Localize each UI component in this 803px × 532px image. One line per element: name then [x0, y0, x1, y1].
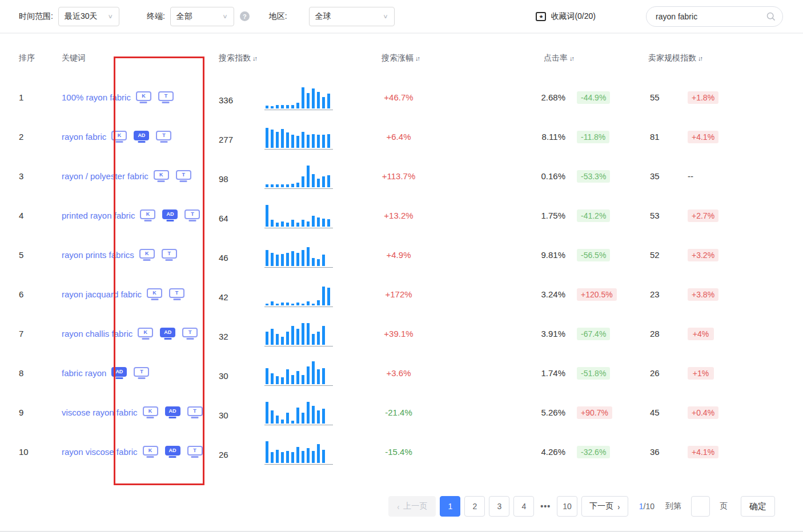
trend-bar [307, 93, 310, 108]
trend-bar [322, 450, 325, 464]
trend-bar [312, 304, 315, 305]
trend-bar [322, 135, 325, 148]
trend-bar [307, 247, 310, 266]
header-search-growth[interactable]: 搜索涨幅 ↓↑ [382, 53, 544, 63]
sort-icon[interactable]: ↓↑ [415, 55, 419, 62]
ellipsis: ••• [538, 502, 553, 511]
keyword-link[interactable]: rayon viscose fabric [62, 447, 138, 457]
trend-bar [271, 373, 274, 384]
search-index-value: 30 [219, 405, 264, 420]
keyword-link[interactable]: rayon challis fabric [62, 329, 133, 338]
keyword-link[interactable]: 100% rayon fabric [62, 92, 131, 102]
keyword-link[interactable]: fabric rayon [62, 368, 106, 378]
time-range-select[interactable]: 最近30天 ∨ [58, 7, 119, 26]
ad-tag-icon: AD [160, 328, 175, 337]
page-button-3[interactable]: 3 [489, 496, 509, 517]
table-row: 5 rayon prints fabrics KT 46 +4.9% 9.81%… [0, 235, 803, 275]
seller-change-cell: +1% [673, 367, 803, 380]
keyword-link[interactable]: printed rayon fabric [62, 211, 135, 220]
seller-change-cell: -- [673, 171, 803, 182]
trend-bar [281, 452, 284, 463]
search-icon[interactable] [766, 12, 776, 21]
search-index-value: 42 [219, 287, 264, 302]
search-growth-value: +46.7% [333, 92, 464, 102]
trend-bar [286, 451, 289, 463]
keyword-link[interactable]: rayon / polyester fabric [62, 171, 148, 181]
k-tag-icon: K [111, 131, 127, 140]
trend-bar [302, 250, 304, 266]
ctr-change-cell: -44.9% [565, 91, 634, 104]
sort-icon[interactable]: ↓↑ [252, 55, 256, 62]
confirm-button[interactable]: 确定 [741, 496, 775, 517]
trend-bar [291, 304, 294, 305]
page-button-4[interactable]: 4 [513, 496, 534, 517]
seller-change-badge: +4.1% [688, 446, 718, 458]
region-select[interactable]: 全球 ∨ [309, 7, 395, 26]
keyword-tags: KT [154, 170, 191, 183]
help-icon[interactable]: ? [240, 11, 250, 21]
keyword-link[interactable]: rayon jacquard fabric [62, 289, 142, 299]
ctr-change-cell: -32.6% [565, 446, 634, 458]
trend-bar [327, 134, 330, 148]
trend-chart [264, 281, 333, 307]
ctr-value: 3.24% [464, 289, 565, 299]
trend-chart [264, 242, 333, 268]
k-tag-icon: K [140, 209, 155, 219]
sort-icon[interactable]: ↓↑ [698, 55, 702, 62]
keyword-tags: KADT [143, 446, 203, 458]
trend-bar [291, 251, 294, 266]
seller-change-badge: +2.7% [688, 209, 718, 222]
seller-change-badge: +4.1% [688, 131, 718, 143]
filter-bar: 时间范围: 最近30天 ∨ 终端: 全部 ∨ ? 地区: 全球 ∨ ★ 收藏词(… [0, 0, 803, 34]
prev-page-button[interactable]: ‹ 上一页 [388, 496, 436, 517]
time-range-label: 时间范围: [19, 11, 53, 22]
goto-page-input[interactable] [691, 496, 710, 517]
header-seller-scale[interactable]: 卖家规模指数 ↓↑ [648, 53, 803, 63]
sort-icon[interactable]: ↓↑ [569, 55, 573, 62]
ctr-value: 1.75% [464, 211, 565, 220]
trend-bar [271, 410, 274, 424]
page-suffix-label: 页 [720, 501, 728, 511]
chart-baseline [264, 110, 333, 110]
t-tag-icon: T [134, 367, 149, 377]
page-button-1[interactable]: 1 [440, 496, 460, 517]
keyword-link[interactable]: rayon fabric [62, 132, 106, 142]
trend-bar [312, 258, 315, 266]
keyword-cell: rayon prints fabrics KT [62, 249, 219, 261]
rank-cell: 10 [19, 447, 62, 457]
header-rank: 排序 [19, 53, 62, 63]
trend-bar [322, 409, 325, 424]
ad-tag-icon: AD [165, 406, 180, 416]
trend-bar [312, 334, 315, 345]
keyword-link[interactable]: rayon prints fabrics [62, 250, 134, 260]
table-row: 8 fabric rayon ADT 30 +3.6% 1.74% -51.8%… [0, 353, 803, 393]
ctr-value: 1.74% [464, 368, 565, 378]
seller-change-cell: +2.7% [673, 209, 803, 222]
region-label: 地区: [269, 11, 287, 22]
keyword-cell: rayon fabric KADT [62, 131, 219, 143]
trend-bar [296, 136, 299, 148]
keyword-tags: KADT [140, 209, 200, 222]
keyword-link[interactable]: viscose rayon fabric [62, 408, 138, 417]
ctr-change-cell: -67.4% [565, 328, 634, 340]
page-button-2[interactable]: 2 [464, 496, 485, 517]
terminal-select[interactable]: 全部 ∨ [170, 7, 234, 26]
search-input[interactable] [656, 12, 766, 21]
search-growth-value: +13.2% [333, 211, 464, 220]
favorites-button[interactable]: ★ 收藏词(0/20) [536, 11, 596, 22]
search-growth-value: +4.9% [333, 250, 464, 260]
ctr-change-badge: -32.6% [577, 446, 610, 458]
seller-change-cell: +4.1% [673, 131, 803, 143]
trend-bar [291, 105, 294, 108]
trend-bar [281, 254, 284, 266]
page-button-10[interactable]: 10 [557, 496, 577, 517]
header-ctr[interactable]: 点击率 ↓↑ [544, 53, 648, 63]
search-growth-value: +6.4% [333, 132, 464, 142]
t-tag-icon: T [176, 170, 191, 180]
trend-bar [286, 223, 289, 227]
rank-cell: 5 [19, 250, 62, 260]
trend-chart [264, 84, 333, 110]
rank-cell: 1 [19, 92, 62, 102]
next-page-button[interactable]: 下一页 › [581, 496, 628, 517]
header-search-index[interactable]: 搜索指数 ↓↑ [219, 53, 382, 63]
